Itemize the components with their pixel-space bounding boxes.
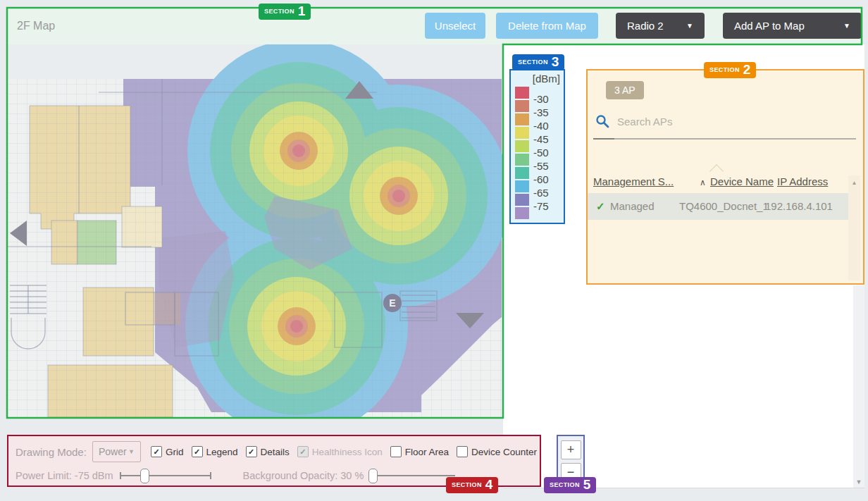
- toolbar-buttons: UnselectDelete from MapRadio 2▼Add AP to…: [425, 13, 862, 39]
- section-badge-word: SECTION: [550, 481, 580, 488]
- column-header-management-s-[interactable]: Management S...: [593, 175, 674, 187]
- slider-thumb[interactable]: [140, 469, 149, 483]
- section-5-badge: SECTION5: [544, 477, 596, 493]
- section-badge-number: 4: [485, 478, 493, 492]
- checkbox-grid[interactable]: ✓Grid: [151, 446, 184, 457]
- floor-map-canvas[interactable]: E: [7, 44, 503, 418]
- search-underline: [593, 138, 856, 140]
- background-opacity-label: Background Opacity: 30 %: [243, 470, 364, 481]
- chevron-down-icon: ▼: [128, 448, 135, 455]
- table-row[interactable]: ✓ManagedTQ4600_Docnet_1192.168.4.101: [588, 193, 848, 220]
- legend-swatch: [515, 127, 529, 139]
- checkbox-label: Details: [261, 447, 290, 457]
- unselect-button[interactable]: Unselect: [425, 13, 485, 39]
- section-2-badge: SECTION2: [704, 62, 756, 78]
- legend-swatch: [515, 87, 529, 99]
- radio-select-label: Radio 2: [627, 20, 664, 32]
- elevator-icon: E: [383, 294, 402, 312]
- search-icon: [595, 114, 609, 128]
- legend-swatch: [515, 167, 529, 179]
- legend-swatch: [515, 207, 529, 219]
- delete-from-map-button[interactable]: Delete from Map: [496, 13, 598, 39]
- legend-swatch: [515, 194, 529, 206]
- radio-select-button[interactable]: Radio 2▼: [616, 13, 705, 39]
- svg-text:E: E: [389, 297, 395, 309]
- legend-entry: -40: [515, 113, 560, 126]
- slider-thumb[interactable]: [368, 469, 378, 483]
- legend-entry: -45: [515, 126, 560, 140]
- table-scroll-strip[interactable]: ▲: [848, 175, 860, 280]
- legend-swatch: [515, 140, 529, 152]
- checkbox-label: Healthiness Icon: [312, 447, 383, 457]
- search-input[interactable]: [616, 111, 844, 131]
- legend-title: [dBm]: [515, 72, 560, 86]
- legend-entry: -35: [515, 99, 560, 113]
- table-scroll-up-icon[interactable]: ▲: [848, 180, 860, 186]
- section-1-badge: SECTION1: [259, 4, 311, 20]
- section-badge-number: 3: [552, 55, 559, 69]
- section-badge-word: SECTION: [709, 66, 740, 73]
- app-window: 2F Map UnselectDelete from MapRadio 2▼Ad…: [0, 0, 868, 501]
- power-limit-label: Power Limit: -75 dBm: [16, 470, 113, 481]
- checkbox-label: Legend: [206, 447, 238, 457]
- legend-entry: -75: [515, 193, 560, 206]
- drawing-mode-value: Power: [99, 446, 127, 457]
- legend-swatch: [515, 154, 529, 166]
- checkbox-device-counter[interactable]: Device Counter: [457, 446, 537, 457]
- column-header-ip-address[interactable]: IP Address: [777, 175, 828, 187]
- ap-table-header: Management S...Device NameIP Address∧: [588, 175, 860, 192]
- ap-list-panel: 3 AP Management S...Device NameIP Addres…: [586, 69, 864, 285]
- legend-swatch: [515, 100, 529, 112]
- checkbox-box: ✓: [297, 446, 309, 457]
- delete-from-map-label: Delete from Map: [508, 20, 586, 32]
- top-toolbar: 2F Map UnselectDelete from MapRadio 2▼Ad…: [7, 8, 862, 44]
- power-limit-slider[interactable]: [120, 469, 211, 483]
- legend-entry: [515, 206, 560, 220]
- device-name-cell: TQ4600_Docnet_1: [679, 200, 769, 212]
- legend-entry: -55: [515, 153, 560, 166]
- section-badge-word: SECTION: [518, 58, 548, 66]
- managed-check-icon: ✓: [596, 200, 605, 213]
- legend-entry: -50: [515, 140, 560, 153]
- checkbox-label: Grid: [166, 447, 184, 457]
- checkbox-box: ✓: [192, 446, 203, 457]
- checkbox-legend[interactable]: ✓Legend: [192, 446, 238, 457]
- signal-legend: [dBm] -30-35-40-45-50-55-60-65-75: [509, 69, 565, 224]
- legend-swatch: [515, 180, 529, 192]
- legend-entry: -60: [515, 166, 560, 180]
- section-3-badge: SECTION3: [512, 54, 564, 70]
- drawing-mode-select[interactable]: Power ▼: [92, 441, 141, 462]
- ip-address-cell: 192.168.4.101: [765, 200, 833, 212]
- sort-ascending-icon: ∧: [700, 178, 706, 187]
- section-badge-number: 5: [583, 478, 591, 492]
- ap-count-badge: 3 AP: [606, 81, 644, 99]
- section-badge-number: 1: [298, 4, 306, 18]
- checkbox-box: ✓: [246, 446, 257, 457]
- checkbox-label: Device Counter: [471, 447, 537, 457]
- section-4-badge: SECTION4: [446, 477, 498, 493]
- legend-swatch: [515, 113, 529, 125]
- status-cell: Managed: [610, 200, 655, 212]
- checkbox-healthiness-icon: ✓Healthiness Icon: [297, 446, 383, 457]
- zoom-in-button[interactable]: +: [561, 440, 581, 459]
- add-ap-to-map-label: Add AP to Map: [734, 20, 805, 32]
- checkbox-details[interactable]: ✓Details: [246, 446, 290, 457]
- checkbox-box: [457, 446, 468, 457]
- section-badge-number: 2: [743, 63, 751, 77]
- add-ap-to-map-button[interactable]: Add AP to Map▼: [723, 13, 862, 39]
- map-grid: [7, 79, 503, 418]
- vertical-scrollbar[interactable]: ▼: [853, 285, 864, 488]
- background-opacity-slider[interactable]: [369, 469, 455, 483]
- legend-entry: -65: [515, 180, 560, 193]
- checkbox-box: [390, 446, 402, 457]
- page-title: 2F Map: [17, 20, 55, 32]
- scrollbar-down-arrow-icon[interactable]: ▼: [853, 478, 864, 485]
- column-header-device-name[interactable]: Device Name: [710, 175, 774, 187]
- drawing-mode-label: Drawing Mode:: [16, 446, 87, 458]
- section-badge-word: SECTION: [452, 481, 482, 488]
- checkbox-label: Floor Area: [405, 447, 449, 457]
- checkbox-box: ✓: [151, 446, 162, 457]
- unselect-label: Unselect: [435, 20, 476, 32]
- checkbox-floor-area[interactable]: Floor Area: [390, 446, 449, 457]
- chevron-down-icon: ▼: [686, 22, 693, 30]
